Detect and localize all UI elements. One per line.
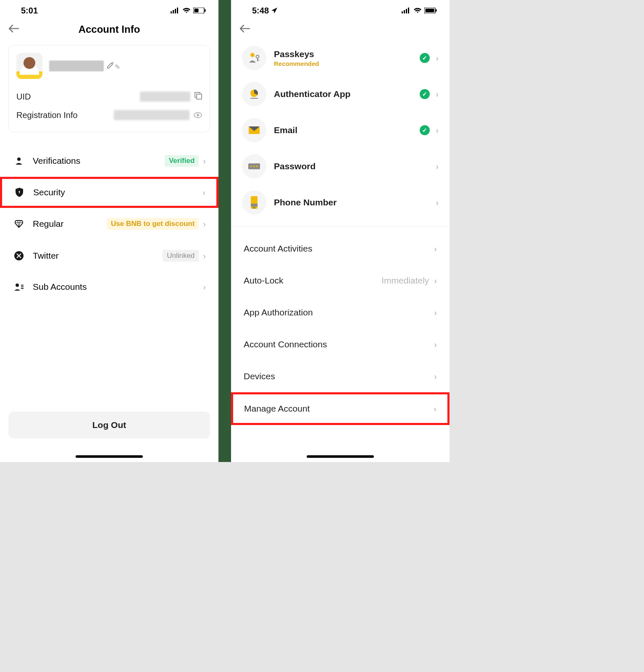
svg-rect-5	[195, 9, 199, 13]
row-label: Auto-Lock	[244, 276, 284, 286]
chevron-right-icon: ›	[203, 251, 206, 261]
menu-security[interactable]: Security ›	[0, 177, 218, 208]
security-email[interactable]: Email ✓ ›	[231, 112, 449, 148]
status-icons	[402, 6, 437, 16]
eye-icon[interactable]	[194, 110, 202, 120]
row-devices[interactable]: Devices ›	[231, 360, 449, 392]
uid-label: UID	[16, 92, 31, 102]
row-app-authorization[interactable]: App Authorization ›	[231, 297, 449, 328]
svg-rect-23	[408, 8, 409, 13]
status-time: 5:01	[21, 6, 38, 16]
chevron-right-icon: ›	[436, 89, 439, 99]
svg-rect-30	[257, 60, 259, 60]
page-title: Account Info	[0, 24, 218, 35]
security-authenticator[interactable]: Authenticator App ✓ ›	[231, 76, 449, 112]
svg-rect-19	[21, 288, 24, 289]
username-row: ✎	[49, 60, 120, 71]
row-label: Account Activities	[244, 244, 312, 254]
status-icons	[171, 6, 206, 16]
security-methods: Passkeys Recommended ✓ › Authenticator A…	[231, 40, 449, 220]
row-manage-account[interactable]: Manage Account ›	[231, 392, 449, 425]
svg-rect-0	[171, 11, 172, 13]
svg-rect-14	[19, 192, 20, 193]
menu-list: Verifications Verified › Security › Regu…	[0, 145, 218, 302]
recommended-badge: Recommended	[274, 60, 420, 67]
logout-button[interactable]: Log Out	[8, 412, 210, 438]
people-icon	[13, 283, 25, 291]
nav-bar: Account Info	[0, 19, 218, 40]
phone-icon	[242, 190, 266, 215]
svg-rect-25	[426, 9, 434, 13]
chevron-right-icon: ›	[434, 372, 437, 381]
row-label: Manage Account	[244, 404, 310, 414]
check-icon: ✓	[420, 53, 430, 63]
menu-label: Security	[33, 187, 202, 197]
menu-label: Sub Accounts	[33, 282, 203, 292]
screen-security: 5:48 Passkeys Recommended ✓ › Authentica…	[231, 0, 449, 462]
x-icon	[13, 251, 25, 260]
item-label: Authenticator App	[274, 89, 420, 99]
svg-rect-21	[404, 10, 405, 13]
battery-icon	[424, 6, 437, 16]
chevron-right-icon: ›	[434, 340, 437, 349]
svg-point-16	[16, 284, 19, 287]
svg-point-12	[17, 158, 21, 161]
menu-label: Verifications	[33, 156, 165, 166]
edit-icon[interactable]: ✎	[106, 61, 120, 71]
status-time: 5:48	[252, 6, 269, 16]
check-icon: ✓	[420, 89, 430, 99]
menu-twitter[interactable]: Twitter Unlinked ›	[0, 240, 218, 272]
discount-badge: Use BNB to get discount	[107, 218, 199, 230]
autolock-value: Immediately	[381, 276, 429, 286]
menu-label: Regular	[33, 219, 107, 229]
chevron-right-icon: ›	[202, 188, 205, 197]
row-label: Devices	[244, 371, 275, 381]
username-redacted	[49, 60, 104, 71]
item-label: Email	[274, 125, 420, 135]
avatar[interactable]	[16, 53, 42, 79]
location-icon	[271, 6, 277, 16]
svg-rect-1	[173, 10, 174, 13]
svg-point-27	[250, 53, 255, 57]
battery-icon	[193, 6, 206, 16]
chevron-right-icon: ›	[434, 404, 436, 414]
uid-value-redacted	[140, 92, 190, 102]
password-icon	[242, 154, 266, 178]
chevron-right-icon: ›	[434, 276, 437, 286]
home-indicator[interactable]	[76, 455, 143, 458]
passkey-icon	[242, 46, 266, 70]
menu-verifications[interactable]: Verifications Verified ›	[0, 145, 218, 177]
chevron-right-icon: ›	[434, 244, 437, 254]
copy-icon[interactable]	[195, 92, 202, 102]
row-account-connections[interactable]: Account Connections ›	[231, 328, 449, 360]
security-password[interactable]: Password ›	[231, 148, 449, 184]
menu-sub-accounts[interactable]: Sub Accounts ›	[0, 272, 218, 302]
registration-row: Registration Info	[16, 106, 202, 124]
svg-rect-22	[406, 9, 407, 13]
status-bar: 5:48	[231, 0, 449, 19]
row-label: App Authorization	[244, 307, 313, 318]
screen-account-info: 5:01 Account Info ✎ UID	[0, 0, 218, 462]
security-passkeys[interactable]: Passkeys Recommended ✓ ›	[231, 40, 449, 76]
email-icon	[242, 118, 266, 142]
account-card: ✎ UID Registration Info	[8, 45, 210, 132]
chevron-right-icon: ›	[203, 219, 206, 229]
status-bar: 5:01	[0, 0, 218, 19]
svg-rect-6	[205, 9, 206, 12]
home-indicator[interactable]	[307, 455, 374, 458]
authenticator-icon	[242, 82, 266, 106]
row-auto-lock[interactable]: Auto-Lock Immediately›	[231, 265, 449, 297]
uid-row: UID	[16, 87, 202, 106]
separator	[231, 226, 449, 227]
shield-icon	[13, 188, 26, 197]
menu-regular[interactable]: Regular Use BNB to get discount ›	[0, 208, 218, 240]
back-button[interactable]	[239, 24, 250, 34]
svg-rect-38	[251, 196, 258, 209]
item-label: Password	[274, 161, 436, 171]
svg-rect-40	[253, 207, 255, 208]
row-account-activities[interactable]: Account Activities ›	[231, 233, 449, 265]
security-phone[interactable]: Phone Number ›	[231, 184, 449, 220]
chevron-right-icon: ›	[436, 162, 439, 171]
chevron-right-icon: ›	[203, 282, 206, 292]
signal-icon	[171, 6, 180, 16]
